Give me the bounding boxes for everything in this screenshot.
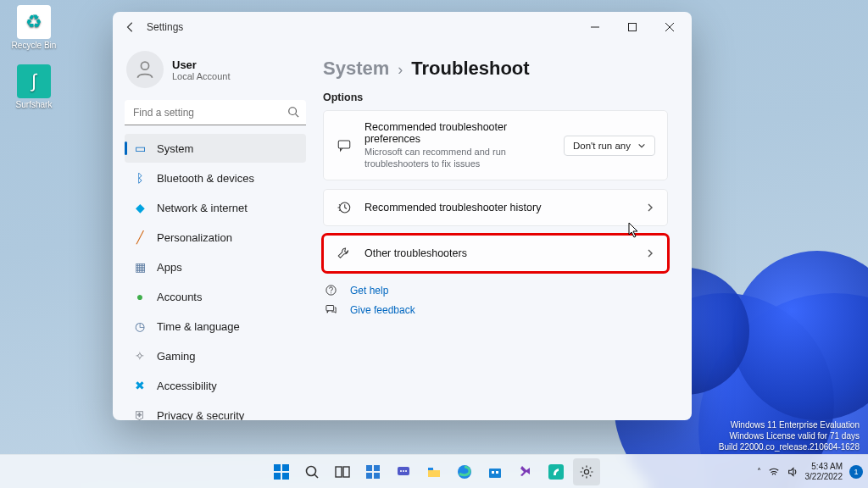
- close-button[interactable]: [651, 14, 688, 40]
- nav-label: Accessibility: [157, 380, 217, 392]
- svg-point-2: [289, 108, 297, 115]
- surfshark-taskbar-button[interactable]: [542, 458, 570, 485]
- tray-chevron-icon[interactable]: ˄: [757, 467, 761, 476]
- start-button[interactable]: [268, 458, 295, 485]
- card-title: Recommended troubleshooter preferences: [364, 121, 552, 145]
- svg-rect-0: [629, 24, 637, 31]
- maximize-button[interactable]: [614, 14, 651, 40]
- sidebar-item-time-language[interactable]: ◷Time & language: [125, 312, 306, 341]
- svg-point-1: [141, 62, 148, 69]
- widgets-button[interactable]: [359, 458, 387, 485]
- settings-window: Settings User Local Account ▭SystemᛒBl: [113, 12, 692, 420]
- card-title: Recommended troubleshooter history: [364, 202, 633, 214]
- sidebar-item-personalization[interactable]: ╱Personalization: [125, 223, 306, 252]
- svg-rect-7: [326, 306, 334, 311]
- nav-list: ▭SystemᛒBluetooth & devices◆Network & in…: [125, 134, 306, 420]
- visual-studio-button[interactable]: [512, 458, 539, 485]
- sidebar-item-network-internet[interactable]: ◆Network & internet: [125, 193, 306, 222]
- sidebar-item-bluetooth-devices[interactable]: ᛒBluetooth & devices: [125, 164, 306, 192]
- nav-icon: ◷: [133, 319, 147, 333]
- search-input[interactable]: [125, 100, 306, 125]
- volume-icon[interactable]: [787, 466, 798, 478]
- svg-rect-23: [428, 468, 433, 470]
- sidebar-item-privacy-security[interactable]: ⛨Privacy & security: [125, 401, 306, 420]
- svg-point-29: [584, 469, 588, 474]
- avatar-icon: [126, 51, 164, 88]
- wifi-icon[interactable]: [768, 466, 780, 478]
- preferences-dropdown[interactable]: Don't run any: [564, 136, 655, 156]
- nav-icon: ▦: [133, 260, 147, 274]
- svg-point-20: [403, 470, 404, 472]
- card-troubleshooter-history[interactable]: Recommended troubleshooter history: [323, 189, 668, 226]
- svg-rect-10: [274, 473, 281, 480]
- nav-icon: ◆: [133, 201, 147, 214]
- breadcrumb-parent[interactable]: System: [323, 58, 389, 80]
- nav-icon: ✧: [133, 349, 147, 363]
- nav-label: Network & internet: [157, 202, 248, 214]
- search-icon: [287, 106, 299, 118]
- desktop-icon-recycle-bin[interactable]: ♻ Recycle Bin: [8, 5, 59, 50]
- card-desc: Microsoft can recommend and run troubles…: [364, 146, 552, 169]
- taskbar-clock[interactable]: 5:43 AM 3/22/2022: [805, 462, 843, 482]
- taskbar-search-button[interactable]: [298, 458, 326, 485]
- svg-rect-13: [336, 467, 342, 477]
- store-button[interactable]: [481, 458, 509, 485]
- settings-taskbar-button[interactable]: [573, 458, 600, 485]
- taskbar-center: [268, 458, 600, 485]
- chat-button[interactable]: [390, 458, 417, 485]
- card-other-troubleshooters[interactable]: Other troubleshooters: [323, 235, 668, 272]
- desktop-icon-surfshark[interactable]: ∫ Surfshark: [8, 64, 59, 109]
- back-button[interactable]: [116, 14, 145, 40]
- nav-icon: ⛨: [133, 408, 147, 420]
- nav-icon: ᛒ: [133, 171, 147, 185]
- user-name: User: [172, 58, 231, 71]
- titlebar: Settings: [113, 12, 692, 42]
- edge-button[interactable]: [451, 458, 478, 485]
- svg-rect-8: [274, 464, 281, 471]
- nav-label: Gaming: [157, 350, 196, 363]
- sidebar-item-accounts[interactable]: ●Accounts: [125, 282, 306, 311]
- chevron-right-icon: [645, 248, 655, 258]
- taskbar: ˄ 5:43 AM 3/22/2022 1: [0, 454, 868, 488]
- sidebar-item-accessibility[interactable]: ✖Accessibility: [125, 371, 306, 400]
- chat-icon: [336, 138, 353, 153]
- sidebar-item-gaming[interactable]: ✧Gaming: [125, 341, 306, 370]
- get-help-link[interactable]: Get help: [350, 285, 388, 297]
- svg-rect-26: [492, 471, 494, 474]
- nav-icon: ✖: [133, 379, 147, 392]
- wrench-icon: [336, 246, 353, 261]
- system-tray[interactable]: ˄ 5:43 AM 3/22/2022 1: [757, 462, 864, 482]
- nav-label: Bluetooth & devices: [157, 172, 254, 185]
- notification-badge[interactable]: 1: [849, 465, 863, 479]
- sidebar-item-apps[interactable]: ▦Apps: [125, 252, 306, 281]
- nav-label: Privacy & security: [157, 409, 244, 421]
- nav-label: Personalization: [157, 231, 232, 244]
- windows-watermark: Windows 11 Enterprise Evaluation Windows…: [719, 419, 860, 452]
- svg-rect-14: [343, 467, 349, 477]
- search-container: [125, 100, 306, 125]
- svg-rect-11: [282, 473, 289, 480]
- recycle-bin-icon: ♻: [17, 5, 51, 39]
- svg-rect-9: [282, 464, 289, 471]
- nav-label: Apps: [157, 261, 182, 274]
- profile-block[interactable]: User Local Account: [125, 47, 306, 98]
- svg-rect-16: [374, 465, 380, 471]
- sidebar-item-system[interactable]: ▭System: [125, 134, 306, 163]
- window-title: Settings: [145, 21, 183, 33]
- svg-rect-25: [489, 469, 501, 478]
- main-content: System › Troubleshoot Options Recommende…: [314, 42, 692, 420]
- sidebar: User Local Account ▭SystemᛒBluetooth & d…: [113, 42, 314, 420]
- nav-icon: ╱: [133, 230, 147, 244]
- section-heading: Options: [323, 92, 668, 103]
- minimize-button[interactable]: [576, 14, 614, 40]
- nav-label: Accounts: [157, 291, 202, 303]
- help-icon: [325, 284, 340, 297]
- svg-point-21: [400, 470, 402, 472]
- nav-icon: ●: [133, 290, 147, 303]
- give-feedback-link[interactable]: Give feedback: [350, 304, 415, 316]
- chevron-right-icon: ›: [398, 61, 403, 79]
- breadcrumb: System › Troubleshoot: [323, 58, 668, 80]
- svg-rect-27: [496, 471, 498, 474]
- file-explorer-button[interactable]: [420, 458, 448, 485]
- task-view-button[interactable]: [329, 458, 356, 485]
